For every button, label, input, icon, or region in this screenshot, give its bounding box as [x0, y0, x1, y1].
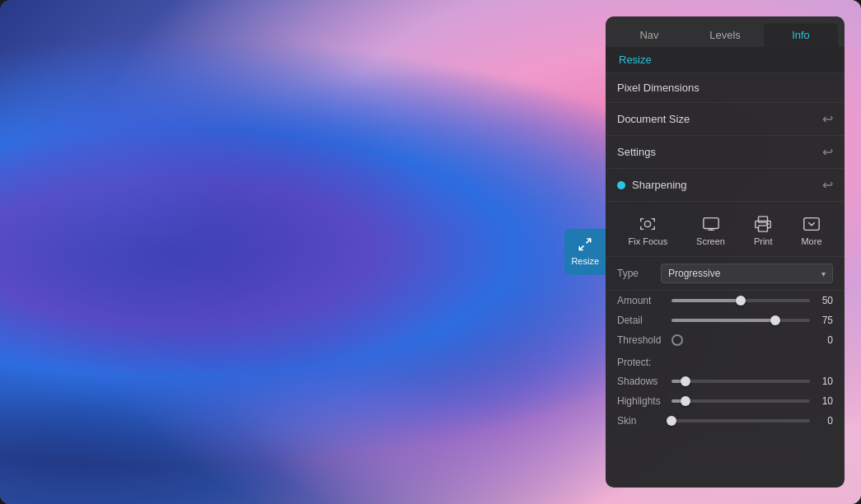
- highlights-slider[interactable]: [671, 399, 810, 403]
- sharpening-label: Sharpening: [632, 179, 816, 191]
- highlights-thumb[interactable]: [681, 396, 690, 406]
- skin-thumb[interactable]: [667, 416, 676, 426]
- main-container: Nav Levels Info Resize Pixel Dimensions …: [0, 0, 861, 504]
- shadows-value: 10: [815, 376, 833, 387]
- detail-slider-row: Detail 75: [606, 310, 845, 330]
- svg-point-4: [767, 223, 769, 225]
- highlights-value: 10: [815, 395, 833, 407]
- pixel-dimensions-label: Pixel Dimensions: [617, 82, 700, 94]
- shadows-slider-row: Shadows 10: [606, 371, 845, 391]
- amount-slider-row: Amount 50: [606, 291, 845, 310]
- screen-label: Screen: [696, 236, 725, 246]
- detail-slider[interactable]: [671, 319, 810, 322]
- print-button[interactable]: Print: [747, 212, 779, 250]
- type-select[interactable]: Progressive ▾: [661, 264, 833, 283]
- detail-value: 75: [815, 315, 833, 326]
- amount-slider[interactable]: [671, 299, 810, 302]
- skin-value: 0: [815, 415, 833, 427]
- threshold-value: 0: [815, 334, 833, 346]
- fix-focus-label: Fix Focus: [628, 236, 667, 246]
- highlights-slider-row: Highlights 10: [606, 391, 845, 411]
- detail-thumb[interactable]: [770, 315, 780, 325]
- icon-row: Fix Focus Screen: [606, 202, 845, 257]
- resize-float-label: Resize: [571, 255, 599, 267]
- print-label: Print: [754, 236, 773, 246]
- resize-float-icon: [578, 237, 592, 252]
- sub-tab-bar: Resize: [606, 47, 845, 73]
- tab-levels[interactable]: Levels: [688, 23, 762, 47]
- svg-rect-2: [759, 217, 768, 222]
- fix-focus-button[interactable]: Fix Focus: [621, 212, 674, 250]
- screen-icon: [702, 215, 720, 233]
- document-size-label: Document Size: [617, 113, 690, 125]
- threshold-row: Threshold 0: [606, 330, 845, 350]
- tab-info[interactable]: Info: [764, 23, 838, 47]
- skin-slider-row: Skin 0: [606, 411, 845, 431]
- svg-rect-5: [804, 218, 819, 231]
- shadows-slider[interactable]: [671, 380, 810, 383]
- type-row: Type Progressive ▾: [606, 257, 845, 291]
- sharpening-dot: [617, 181, 625, 189]
- amount-label: Amount: [617, 295, 667, 306]
- tabs-bar: Nav Levels Info: [606, 16, 845, 47]
- tab-nav[interactable]: Nav: [612, 23, 686, 47]
- right-panel: Nav Levels Info Resize Pixel Dimensions …: [606, 16, 845, 488]
- shadows-thumb[interactable]: [681, 376, 690, 386]
- sharpening-reset[interactable]: ↩: [822, 177, 833, 193]
- highlights-label: Highlights: [617, 395, 667, 407]
- pixel-dimensions-row: Pixel Dimensions: [606, 73, 845, 103]
- fix-focus-icon: [639, 215, 657, 233]
- amount-fill: [671, 299, 741, 302]
- skin-label: Skin: [617, 415, 667, 427]
- screen-button[interactable]: Screen: [690, 212, 732, 250]
- detail-fill: [671, 319, 775, 322]
- panel-body: Pixel Dimensions Document Size ↩ Setting…: [606, 73, 845, 488]
- amount-value: 50: [815, 295, 833, 306]
- detail-label: Detail: [617, 315, 667, 326]
- threshold-circle[interactable]: [671, 334, 683, 346]
- settings-reset[interactable]: ↩: [822, 144, 833, 160]
- sub-tab-resize[interactable]: Resize: [614, 52, 657, 68]
- type-value: Progressive: [668, 268, 720, 279]
- resize-float-button[interactable]: Resize: [564, 229, 606, 275]
- svg-point-0: [645, 221, 651, 226]
- shadows-label: Shadows: [617, 376, 667, 387]
- svg-rect-1: [703, 218, 718, 229]
- amount-thumb[interactable]: [736, 296, 746, 306]
- more-button[interactable]: More: [794, 212, 828, 250]
- skin-slider[interactable]: [671, 419, 810, 422]
- settings-label: Settings: [617, 146, 656, 158]
- print-icon: [754, 215, 772, 233]
- document-size-row: Document Size ↩: [606, 103, 845, 136]
- type-chevron-icon: ▾: [821, 269, 826, 278]
- sharpening-row: Sharpening ↩: [606, 169, 845, 202]
- more-icon: [803, 215, 821, 233]
- svg-rect-3: [759, 226, 768, 231]
- settings-row: Settings ↩: [606, 136, 845, 169]
- more-label: More: [801, 236, 821, 246]
- threshold-label: Threshold: [617, 334, 667, 346]
- type-label: Type: [617, 268, 654, 279]
- document-size-reset[interactable]: ↩: [822, 111, 833, 127]
- protect-label: Protect:: [606, 350, 845, 371]
